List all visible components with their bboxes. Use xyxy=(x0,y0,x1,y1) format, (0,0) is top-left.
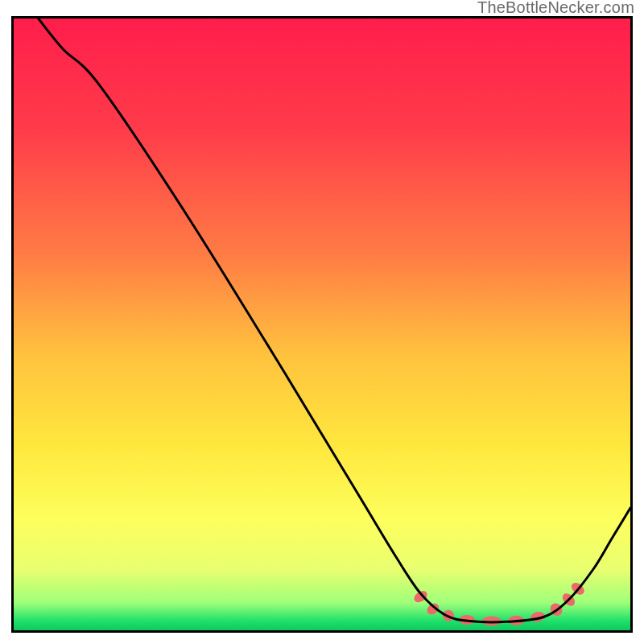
gradient-background xyxy=(14,19,630,630)
watermark-text: TheBottleNecker.com xyxy=(477,0,634,17)
plot-area xyxy=(11,16,633,633)
chart-frame: TheBottleNecker.com xyxy=(0,0,644,644)
chart-svg xyxy=(14,19,630,630)
